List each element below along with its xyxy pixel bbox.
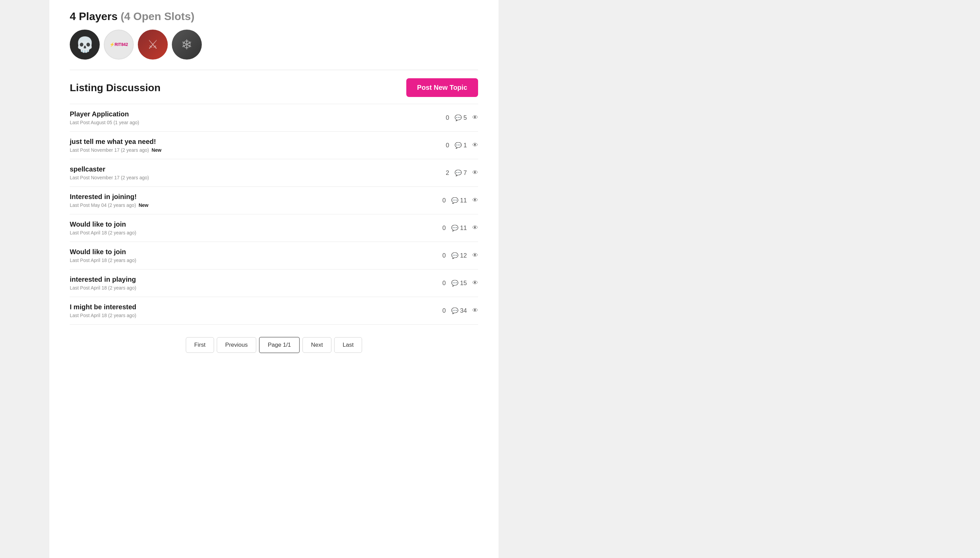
likes-group: 0 bbox=[442, 197, 446, 204]
view-icon: 👁 bbox=[472, 252, 478, 259]
topic-title[interactable]: Player Application bbox=[70, 110, 446, 118]
avatar-skull[interactable] bbox=[70, 30, 100, 59]
section-divider bbox=[70, 70, 478, 70]
topic-list: Player ApplicationLast Post August 05 (1… bbox=[70, 104, 478, 325]
comment-icon: 💬 bbox=[451, 252, 458, 259]
topic-item: interested in playingLast Post April 18 … bbox=[70, 269, 478, 297]
topic-stats: 0 💬15👁 bbox=[442, 280, 478, 287]
topic-title[interactable]: just tell me what yea need! bbox=[70, 138, 446, 146]
comment-count: 34 bbox=[460, 307, 467, 314]
comment-icon: 💬 bbox=[455, 114, 462, 121]
topic-item: spellcasterLast Post November 17 (2 year… bbox=[70, 159, 478, 187]
comment-count: 11 bbox=[460, 197, 467, 204]
comments-group: 💬5 bbox=[455, 114, 467, 121]
topic-title[interactable]: interested in playing bbox=[70, 276, 442, 284]
comment-icon: 💬 bbox=[451, 225, 458, 232]
topic-title[interactable]: Would like to join bbox=[70, 248, 442, 256]
view-icon: 👁 bbox=[472, 307, 478, 314]
topic-left: Player ApplicationLast Post August 05 (1… bbox=[70, 110, 446, 125]
comments-group: 💬11 bbox=[451, 197, 467, 204]
pagination-first[interactable]: First bbox=[186, 337, 214, 353]
topic-meta: Last Post May 04 (2 years ago) New bbox=[70, 202, 442, 208]
topic-item: I might be interestedLast Post April 18 … bbox=[70, 297, 478, 325]
comment-count: 15 bbox=[460, 280, 467, 287]
topic-title[interactable]: I might be interested bbox=[70, 303, 442, 311]
pagination-last[interactable]: Last bbox=[334, 337, 362, 353]
topic-left: just tell me what yea need!Last Post Nov… bbox=[70, 138, 446, 153]
comments-group: 💬7 bbox=[455, 169, 467, 177]
comment-icon: 💬 bbox=[451, 197, 458, 204]
pagination: First Previous Page 1/1 Next Last bbox=[70, 337, 478, 353]
topic-item: Interested in joining!Last Post May 04 (… bbox=[70, 187, 478, 214]
comment-count: 7 bbox=[463, 169, 467, 177]
comment-count: 5 bbox=[463, 114, 467, 121]
pagination-current: Page 1/1 bbox=[259, 337, 300, 353]
view-icon: 👁 bbox=[472, 280, 478, 287]
topic-left: interested in playingLast Post April 18 … bbox=[70, 276, 442, 290]
view-icon: 👁 bbox=[472, 142, 478, 149]
likes-group: 0 bbox=[442, 225, 446, 232]
comments-group: 💬15 bbox=[451, 280, 467, 287]
likes-group: 0 bbox=[442, 307, 446, 314]
comments-group: 💬12 bbox=[451, 252, 467, 259]
discussion-header: Listing Discussion Post New Topic bbox=[70, 78, 478, 97]
topic-stats: 0 💬11👁 bbox=[442, 225, 478, 232]
view-icon: 👁 bbox=[472, 169, 478, 176]
topic-meta: Last Post April 18 (2 years ago) bbox=[70, 258, 442, 263]
topic-title[interactable]: spellcaster bbox=[70, 165, 446, 173]
sidebar bbox=[0, 0, 49, 558]
comment-count: 12 bbox=[460, 252, 467, 259]
topic-title[interactable]: Interested in joining! bbox=[70, 193, 442, 201]
likes-group: 0 bbox=[446, 114, 449, 121]
new-badge: New bbox=[150, 147, 162, 153]
avatars-row: ⚡RIT842 bbox=[70, 30, 478, 59]
new-badge: New bbox=[138, 202, 149, 208]
topic-meta: Last Post November 17 (2 years ago) bbox=[70, 175, 446, 181]
topic-stats: 0 💬1👁 bbox=[446, 142, 478, 149]
view-icon: 👁 bbox=[472, 114, 478, 121]
topic-stats: 2 💬7👁 bbox=[446, 169, 478, 177]
topic-left: I might be interestedLast Post April 18 … bbox=[70, 303, 442, 318]
open-slots: (4 Open Slots) bbox=[120, 10, 194, 23]
topic-item: Would like to joinLast Post April 18 (2 … bbox=[70, 214, 478, 241]
post-new-topic-button[interactable]: Post New Topic bbox=[406, 78, 478, 97]
main-content: 4 Players (4 Open Slots) ⚡RIT842 Listing… bbox=[49, 0, 499, 558]
comments-group: 💬1 bbox=[455, 142, 467, 149]
pagination-previous[interactable]: Previous bbox=[217, 337, 256, 353]
topic-title[interactable]: Would like to join bbox=[70, 220, 442, 228]
comment-count: 1 bbox=[463, 142, 467, 149]
avatar-rit842[interactable]: ⚡RIT842 bbox=[104, 30, 134, 59]
comment-icon: 💬 bbox=[455, 142, 462, 149]
topic-left: Would like to joinLast Post April 18 (2 … bbox=[70, 220, 442, 235]
topic-meta: Last Post November 17 (2 years ago) New bbox=[70, 147, 446, 153]
comment-icon: 💬 bbox=[451, 280, 458, 287]
topic-left: Would like to joinLast Post April 18 (2 … bbox=[70, 248, 442, 263]
topic-stats: 0 💬5👁 bbox=[446, 114, 478, 121]
view-icon: 👁 bbox=[472, 197, 478, 204]
players-header: 4 Players (4 Open Slots) bbox=[70, 10, 478, 23]
topic-stats: 0 💬11👁 bbox=[442, 197, 478, 204]
likes-group: 2 bbox=[446, 169, 449, 177]
topic-item: Player ApplicationLast Post August 05 (1… bbox=[70, 104, 478, 131]
topic-meta: Last Post April 18 (2 years ago) bbox=[70, 230, 442, 235]
topic-left: Interested in joining!Last Post May 04 (… bbox=[70, 193, 442, 208]
topic-meta: Last Post April 18 (2 years ago) bbox=[70, 285, 442, 290]
topic-stats: 0 💬12👁 bbox=[442, 252, 478, 259]
likes-group: 0 bbox=[446, 142, 449, 149]
comment-count: 11 bbox=[460, 225, 467, 232]
topic-item: just tell me what yea need!Last Post Nov… bbox=[70, 131, 478, 159]
comments-group: 💬11 bbox=[451, 225, 467, 232]
comments-group: 💬34 bbox=[451, 307, 467, 314]
topic-meta: Last Post August 05 (1 year ago) bbox=[70, 120, 446, 125]
avatar-anime[interactable] bbox=[138, 30, 168, 59]
players-title: 4 Players bbox=[70, 10, 118, 23]
discussion-title: Listing Discussion bbox=[70, 82, 161, 94]
comment-icon: 💬 bbox=[455, 169, 462, 177]
topic-stats: 0 💬34👁 bbox=[442, 307, 478, 314]
likes-group: 0 bbox=[442, 252, 446, 259]
avatar-flower[interactable] bbox=[172, 30, 202, 59]
pagination-next[interactable]: Next bbox=[302, 337, 332, 353]
topic-meta: Last Post April 18 (2 years ago) bbox=[70, 313, 442, 318]
comment-icon: 💬 bbox=[451, 307, 458, 314]
likes-group: 0 bbox=[442, 280, 446, 287]
